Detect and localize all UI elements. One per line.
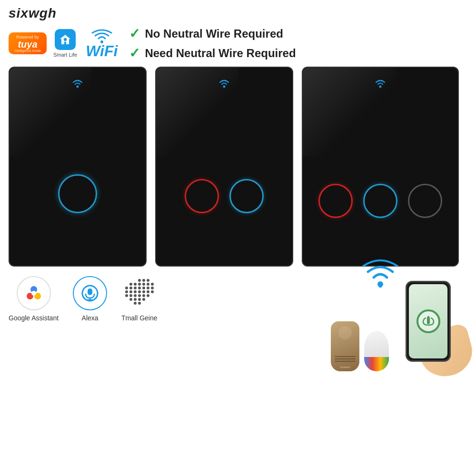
alexa-label: Alexa (82, 314, 99, 322)
svg-point-0 (63, 38, 67, 41)
google-assistant-label: Google Assistant (9, 314, 59, 322)
svg-point-34 (138, 290, 141, 293)
svg-point-46 (138, 298, 141, 301)
svg-point-44 (129, 298, 132, 301)
svg-point-36 (147, 290, 149, 293)
switch1-buttons (10, 174, 146, 213)
svg-point-23 (151, 283, 154, 286)
svg-point-32 (129, 290, 132, 293)
check-icon-2: ✓ (129, 45, 140, 61)
brand-name: sixwgh (9, 6, 57, 21)
feature-label-2: Need Neutral Wire Required (145, 47, 296, 60)
svg-point-35 (142, 290, 145, 293)
wifi-badge: WiFi (86, 28, 118, 59)
svg-point-16 (142, 279, 145, 282)
svg-point-39 (129, 294, 132, 297)
svg-rect-12 (88, 288, 92, 295)
switch2-button-blue[interactable] (229, 179, 264, 213)
smart-life-label: Smart Life (53, 52, 77, 58)
tmall-item: Tmall Geine (121, 276, 157, 322)
google-home-speaker (364, 331, 389, 371)
devices-area: amazon (331, 276, 467, 371)
feature-label-1: No Neutral Wire Required (145, 27, 283, 40)
top-area: Powered by tuya Intelligence Inside Smar… (0, 24, 476, 65)
svg-point-15 (138, 279, 141, 282)
feature-item-2: ✓ Need Neutral Wire Required (129, 45, 296, 61)
svg-point-29 (147, 287, 149, 289)
tuya-name: tuya (18, 40, 37, 49)
large-wifi-icon (361, 257, 399, 289)
google-assistant-icon (17, 276, 51, 310)
svg-point-21 (142, 283, 145, 286)
switch-panel-3[interactable] (302, 67, 459, 267)
svg-point-25 (129, 287, 132, 289)
switch-panel-1[interactable] (9, 67, 147, 267)
feature-item-1: ✓ No Neutral Wire Required (129, 26, 296, 41)
svg-point-2 (77, 86, 79, 88)
svg-point-43 (147, 294, 149, 297)
svg-point-42 (142, 294, 145, 297)
switches-section (0, 67, 476, 267)
switch1-button-blue[interactable] (58, 174, 97, 213)
smart-life-badge: Smart Life (53, 29, 77, 58)
tmall-label: Tmall Geine (121, 314, 157, 322)
svg-point-47 (142, 298, 145, 301)
svg-point-4 (379, 86, 382, 88)
svg-point-40 (134, 294, 137, 297)
wifi-arcs-icon (90, 28, 114, 43)
svg-point-48 (134, 302, 137, 305)
switch2-wifi-icon (218, 78, 231, 89)
switch3-wifi-icon (374, 78, 387, 89)
features-section: ✓ No Neutral Wire Required ✓ Need Neutra… (129, 26, 296, 61)
svg-point-38 (125, 294, 128, 297)
switch3-button-red[interactable] (318, 184, 353, 218)
svg-point-49 (138, 302, 141, 305)
svg-point-37 (151, 290, 154, 293)
svg-point-33 (134, 290, 137, 293)
google-assistant-item: Google Assistant (9, 276, 59, 322)
svg-point-41 (138, 294, 141, 297)
smart-life-icon (55, 29, 76, 50)
switch3-buttons (303, 184, 458, 218)
svg-point-20 (138, 283, 141, 286)
header: sixwgh (0, 0, 476, 24)
tuya-sub-label: Intelligence Inside (14, 49, 41, 52)
svg-point-31 (125, 290, 128, 293)
switch3-button-blue[interactable] (363, 184, 397, 218)
svg-point-27 (138, 287, 141, 289)
svg-point-10 (31, 291, 36, 296)
assistants-row: Google Assistant Alexa (9, 276, 321, 322)
alexa-item: Alexa (73, 276, 107, 322)
switch-panel-2[interactable] (155, 67, 293, 267)
svg-point-30 (151, 287, 154, 289)
tmall-icon (122, 276, 157, 310)
svg-point-22 (147, 283, 149, 286)
svg-point-28 (142, 287, 145, 289)
svg-point-19 (134, 283, 137, 286)
svg-point-26 (134, 287, 137, 289)
svg-point-24 (125, 287, 128, 289)
wifi-label: WiFi (86, 43, 118, 59)
svg-point-17 (147, 279, 149, 282)
switch1-wifi-icon (71, 78, 84, 89)
check-icon-1: ✓ (129, 26, 140, 41)
bottom-section: Google Assistant Alexa (0, 267, 476, 371)
switch2-buttons (156, 179, 292, 213)
tuya-badge: Powered by tuya Intelligence Inside (9, 32, 47, 54)
echo-speaker: amazon (331, 321, 359, 371)
svg-point-45 (134, 298, 137, 301)
svg-point-18 (129, 283, 132, 286)
alexa-icon (73, 276, 107, 310)
svg-point-3 (223, 86, 226, 88)
tuya-powered-label: Powered by (16, 35, 39, 40)
switch3-button-off[interactable] (408, 184, 442, 218)
switch2-button-red[interactable] (185, 179, 219, 213)
phone-with-hand (401, 276, 467, 371)
